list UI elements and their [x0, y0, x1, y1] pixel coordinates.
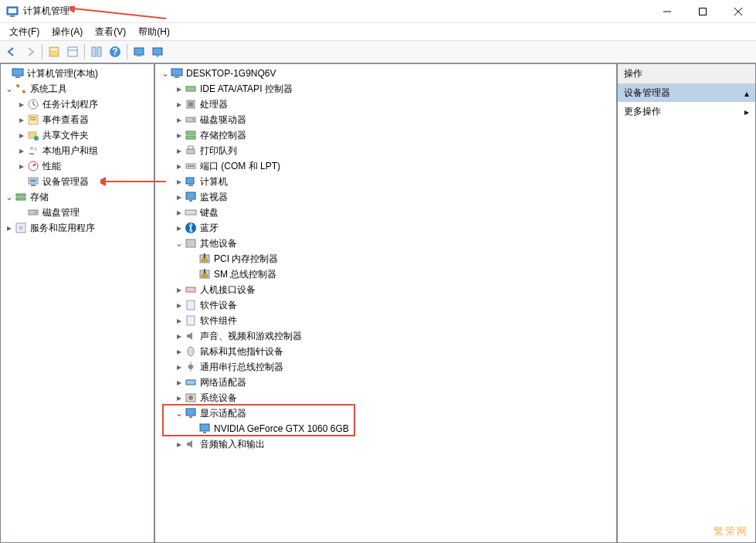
expander-icon[interactable]: ▸: [174, 315, 185, 326]
device-label: 音频输入和输出: [200, 438, 265, 451]
device-usb[interactable]: ▸通用串行总线控制器: [155, 359, 616, 375]
expander-icon[interactable]: ⌄: [4, 83, 15, 94]
pc-icon: [185, 175, 197, 188]
menu-file[interactable]: 文件(F): [3, 24, 46, 40]
device-network[interactable]: ▸网络适配器: [155, 375, 616, 390]
expander-icon[interactable]: ▸: [174, 300, 185, 311]
expander-icon[interactable]: ▸: [174, 207, 185, 218]
actions-header: 操作: [618, 64, 755, 84]
maximize-button[interactable]: [685, 0, 720, 23]
expander-icon[interactable]: ▸: [174, 83, 185, 94]
expander-icon[interactable]: ▸: [174, 346, 185, 357]
tree-device-manager[interactable]: ▸ 设备管理器: [1, 174, 154, 189]
tree-task-scheduler[interactable]: ▸ 任务计划程序: [1, 97, 154, 112]
device-computers[interactable]: ▸计算机: [155, 174, 616, 189]
svg-point-29: [34, 148, 37, 151]
back-button[interactable]: [3, 43, 20, 60]
expander-icon[interactable]: ▸: [174, 361, 185, 372]
close-button[interactable]: [720, 0, 756, 23]
expander-icon[interactable]: ⌄: [174, 408, 185, 419]
expander-icon[interactable]: ▸: [174, 377, 185, 388]
device-audio_io[interactable]: ▸音频输入和输出: [155, 436, 616, 452]
collapse-icon[interactable]: ▴: [744, 88, 749, 99]
expander-icon[interactable]: ▸: [174, 161, 185, 171]
device-mouse[interactable]: ▸鼠标和其他指针设备: [155, 344, 616, 359]
expander-icon[interactable]: ▸: [174, 192, 185, 202]
device-bluetooth[interactable]: ▸蓝牙: [155, 220, 616, 236]
svg-rect-4: [700, 8, 707, 15]
tree-services-apps[interactable]: ▸ 服务和应用程序: [1, 220, 154, 236]
expander-icon[interactable]: ▸: [16, 161, 27, 171]
sound-icon: [185, 330, 197, 342]
device-hid[interactable]: ▸人机接口设备: [155, 282, 616, 297]
toolbar-btn-5[interactable]: [131, 43, 147, 60]
device-ports[interactable]: ▸端口 (COM 和 LPT): [155, 158, 616, 174]
device-pci_mem[interactable]: ▸!PCI 内存控制器: [155, 251, 616, 266]
expander-icon[interactable]: ▸: [174, 145, 185, 156]
tree-local-users[interactable]: ▸ 本地用户和组: [1, 143, 154, 158]
device-software_dev[interactable]: ▸软件设备: [155, 297, 616, 313]
help-button[interactable]: ?: [107, 43, 124, 60]
device-system_dev[interactable]: ▸系统设备: [155, 390, 616, 406]
device-label: 计算机: [200, 175, 228, 188]
expander-icon[interactable]: ▸: [174, 176, 185, 187]
display-icon: [185, 407, 197, 419]
forward-button[interactable]: [22, 43, 39, 60]
device-ide[interactable]: ▸IDE ATA/ATAPI 控制器: [155, 81, 616, 97]
left-tree-pane[interactable]: ▸ 计算机管理(本地) ⌄ 系统工具 ▸ 任务计划程序 ▸ 事件查看器 ▸: [0, 63, 154, 543]
expander-icon[interactable]: ⌄: [174, 238, 185, 249]
svg-rect-40: [171, 69, 182, 76]
menu-action[interactable]: 操作(A): [46, 24, 89, 40]
expander-icon[interactable]: ▸: [174, 99, 185, 110]
tree-shared-folders[interactable]: ▸ 共享文件夹: [1, 127, 154, 143]
device-sm_bus[interactable]: ▸!SM 总线控制器: [155, 266, 616, 282]
device-gpu[interactable]: ▸NVIDIA GeForce GTX 1060 6GB: [155, 421, 616, 436]
menu-view[interactable]: 查看(V): [89, 24, 132, 40]
device-other_devices[interactable]: ⌄其他设备: [155, 236, 616, 251]
tree-event-viewer[interactable]: ▸ 事件查看器: [1, 112, 154, 127]
device-tree-pane[interactable]: ⌄DESKTOP-1G9NQ6V▸IDE ATA/ATAPI 控制器▸处理器▸磁…: [154, 63, 617, 543]
expander-icon[interactable]: ▸: [174, 222, 185, 233]
expander-icon[interactable]: ⌄: [4, 192, 15, 202]
expander-icon[interactable]: ⌄: [160, 68, 171, 79]
expander-icon[interactable]: ▸: [174, 114, 185, 125]
device-display[interactable]: ⌄显示适配器: [155, 406, 616, 421]
toolbar-btn-1[interactable]: [46, 43, 63, 60]
tree-storage[interactable]: ⌄ 存储: [1, 189, 154, 205]
svg-point-37: [35, 212, 36, 213]
svg-rect-1: [8, 8, 16, 13]
device-keyboards[interactable]: ▸键盘: [155, 205, 616, 220]
toolbar-btn-6[interactable]: [149, 43, 166, 60]
device-disk_drives[interactable]: ▸磁盘驱动器: [155, 112, 616, 127]
device-print_queues[interactable]: ▸打印队列: [155, 143, 616, 158]
expander-icon[interactable]: ▸: [16, 99, 27, 110]
expander-icon[interactable]: ▸: [174, 284, 185, 295]
tree-label: 计算机管理(本地): [27, 67, 98, 80]
expander-icon[interactable]: ▸: [174, 331, 185, 341]
expander-icon[interactable]: ▸: [16, 114, 27, 125]
tree-root[interactable]: ▸ 计算机管理(本地): [1, 66, 154, 81]
expander-icon[interactable]: ▸: [174, 392, 185, 403]
svg-point-53: [190, 165, 192, 167]
device-software_comp[interactable]: ▸软件组件: [155, 313, 616, 328]
device-monitors[interactable]: ▸监视器: [155, 189, 616, 205]
device-sound[interactable]: ▸声音、视频和游戏控制器: [155, 328, 616, 344]
tree-performance[interactable]: ▸ 性能: [1, 158, 154, 174]
menu-help[interactable]: 帮助(H): [132, 24, 176, 40]
device-cpu[interactable]: ▸处理器: [155, 97, 616, 112]
minimize-button[interactable]: [649, 0, 685, 23]
device-computer[interactable]: ⌄DESKTOP-1G9NQ6V: [155, 66, 616, 81]
expander-icon[interactable]: ▸: [4, 222, 15, 233]
tree-system-tools[interactable]: ⌄ 系统工具: [1, 81, 154, 97]
toolbar-btn-3[interactable]: [88, 43, 105, 60]
toolbar-btn-2[interactable]: [64, 43, 81, 60]
computer-icon: [171, 67, 183, 80]
actions-more[interactable]: 更多操作 ▸: [618, 102, 755, 121]
expander-icon[interactable]: ▸: [174, 130, 185, 141]
expander-icon[interactable]: ▸: [16, 130, 27, 141]
tree-disk-mgmt[interactable]: ▸ 磁盘管理: [1, 205, 154, 220]
expander-icon[interactable]: ▸: [16, 145, 27, 156]
actions-section-device-manager[interactable]: 设备管理器 ▴: [618, 84, 755, 102]
device-storage_ctrl[interactable]: ▸存储控制器: [155, 127, 616, 143]
expander-icon[interactable]: ▸: [174, 439, 185, 450]
